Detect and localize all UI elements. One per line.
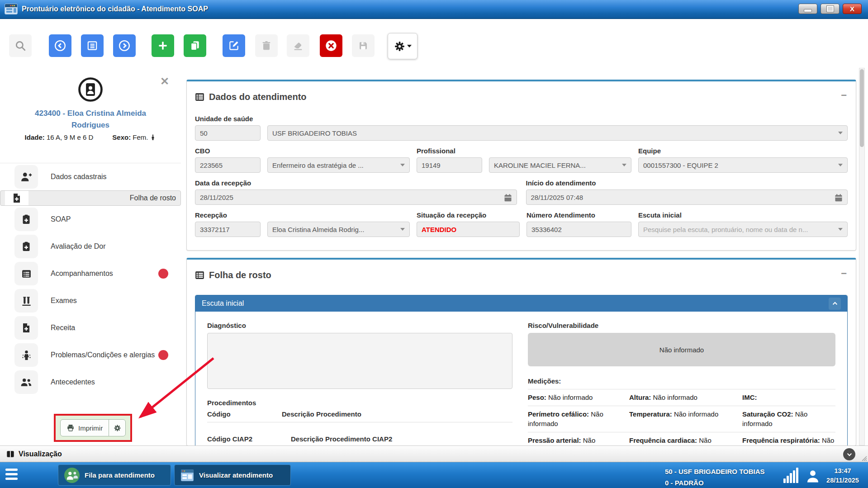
save-icon xyxy=(358,40,369,51)
app-window: Prontuário eletrônico do cidadão - Atend… xyxy=(0,0,868,488)
sidebar-item-acompanhamentos[interactable]: Acompanhamentos xyxy=(0,260,181,287)
inicio-atendimento-input[interactable]: 28/11/2025 07:48 xyxy=(526,190,848,205)
visualizacao-bar: Visualização xyxy=(0,445,868,462)
sidebar-item-antecedentes[interactable]: Antecedentes xyxy=(0,369,181,396)
chevron-down-icon xyxy=(838,164,843,166)
sidebar-item-soap[interactable]: SOAP xyxy=(0,206,181,233)
window-icon xyxy=(180,468,194,483)
sidebar-item-avaliacao-de-dor[interactable]: Avaliação de Dor xyxy=(0,233,181,260)
chevron-down-icon xyxy=(846,451,853,458)
data-recepcao-input[interactable]: 28/11/2025 xyxy=(195,190,517,205)
circle-arrow-right-icon xyxy=(118,39,131,52)
sidebar-item-receita[interactable]: Receita xyxy=(0,314,181,341)
person-icon xyxy=(150,134,156,141)
restore-icon xyxy=(827,6,834,12)
print-button[interactable]: Imprimir xyxy=(61,420,109,436)
recepcao-select[interactable]: Eloa Cristina Almeida Rodrig... xyxy=(267,222,410,237)
folha-de-rosto-panel: Folha de rosto − Escuta inicial Diagnóst… xyxy=(186,258,856,446)
minimize-icon xyxy=(804,9,812,12)
field-label: Escuta inicial xyxy=(638,211,848,219)
field-label: Unidade de saúde xyxy=(195,115,848,123)
numero-atendimento-input[interactable]: 35336402 xyxy=(526,222,631,237)
field-label: Data da recepção xyxy=(195,179,517,187)
chevron-down-icon xyxy=(838,132,843,134)
taskbar: Fila para atendimento Visualizar atendim… xyxy=(0,462,868,488)
title-bar: Prontuário eletrônico do cidadão - Atend… xyxy=(0,0,868,19)
copy-button[interactable] xyxy=(184,34,206,57)
table-icon xyxy=(195,92,204,102)
users-icon xyxy=(20,376,32,388)
sidebar-item-dados-cadastrais[interactable]: Dados cadastrais xyxy=(0,163,181,190)
profissional-code-input[interactable]: 19149 xyxy=(417,157,482,173)
minimize-button[interactable] xyxy=(798,4,817,14)
list-icon xyxy=(86,40,98,52)
vertical-scrollbar[interactable] xyxy=(859,68,865,445)
collapse-icon[interactable]: − xyxy=(841,90,847,101)
field-label: Recepção xyxy=(195,211,410,219)
trash-icon xyxy=(261,40,272,51)
columns-icon xyxy=(6,450,14,458)
search-button[interactable] xyxy=(9,34,32,57)
ciap2-table-header: Código CIAP2Descrição Procedimento CIAP2 xyxy=(207,435,512,446)
close-icon: X xyxy=(850,5,854,13)
escuta-inicial-select[interactable]: Pesquise pela escuta, prontuário, nome o… xyxy=(638,222,848,237)
add-button[interactable] xyxy=(152,34,174,57)
unit-name: 50 - USF BRIGADEIRO TOBIAS xyxy=(665,466,765,477)
cbo-select[interactable]: Enfermeiro da estratégia de ... xyxy=(267,157,410,173)
printer-icon xyxy=(66,424,75,432)
print-options-button[interactable] xyxy=(109,420,125,436)
print-annotation-box: Imprimir xyxy=(54,414,132,442)
settings-dropdown-button[interactable] xyxy=(388,33,417,59)
cancel-button[interactable] xyxy=(320,34,342,57)
copy-icon xyxy=(189,40,201,52)
next-button[interactable] xyxy=(113,34,136,57)
resize-grip[interactable] xyxy=(861,455,867,461)
cbo-code-input[interactable]: 223565 xyxy=(195,157,261,173)
edit-button[interactable] xyxy=(223,34,245,57)
collapse-section-button[interactable] xyxy=(829,298,841,310)
chevron-down-icon xyxy=(407,45,412,47)
taskbar-item-fila-para-atendimento[interactable]: Fila para atendimento xyxy=(58,464,171,486)
scrollbar-thumb[interactable] xyxy=(860,69,864,147)
person-plus-icon xyxy=(20,171,32,183)
plus-icon xyxy=(157,40,169,52)
collapse-icon[interactable]: − xyxy=(841,268,847,280)
unidade-code-input[interactable]: 50 xyxy=(195,125,261,141)
edit-icon xyxy=(228,40,240,52)
gear-icon xyxy=(114,424,121,432)
field-label: Equipe xyxy=(638,147,848,155)
delete-button[interactable] xyxy=(255,34,278,57)
clear-button[interactable] xyxy=(287,34,309,57)
menu-button[interactable] xyxy=(5,469,18,480)
restore-button[interactable] xyxy=(821,4,840,14)
close-patient-icon[interactable]: ✕ xyxy=(160,77,169,86)
sidebar-item-folha-de-rosto[interactable]: Folha de rosto xyxy=(0,190,181,206)
clipboard-medical-icon xyxy=(21,214,32,225)
previous-button[interactable] xyxy=(49,34,71,57)
file-medical-icon xyxy=(11,193,22,204)
file-medical-icon xyxy=(21,322,32,333)
save-button[interactable] xyxy=(352,34,375,57)
recepcao-code-input[interactable]: 33372117 xyxy=(195,222,261,237)
table-icon xyxy=(195,270,204,280)
user-icon[interactable] xyxy=(805,469,821,484)
eraser-icon xyxy=(293,40,304,51)
sidebar-item-exames[interactable]: Exames xyxy=(0,287,181,314)
record-menu: Dados cadastrais Folha de rosto SOAP Ava… xyxy=(0,163,181,396)
sidebar-item-problemas-condicoes-alergias[interactable]: Problemas/Condições e alergias xyxy=(0,341,181,369)
situacao-recepcao-input[interactable]: ATENDIDO xyxy=(417,222,520,237)
risco-label: Risco/Vulnerabilidade xyxy=(528,322,835,329)
list-records-button[interactable] xyxy=(81,34,104,57)
taskbar-item-visualizar-atendimento[interactable]: Visualizar atendimento xyxy=(174,464,291,486)
date: 28/11/2025 xyxy=(822,476,863,485)
close-button[interactable]: X xyxy=(843,4,862,14)
procedimentos-label: Procedimentos xyxy=(207,399,512,407)
time: 13:47 xyxy=(822,466,863,476)
patient-name-link[interactable]: 423400 - Eloa Cristina Almeida Rodrigues xyxy=(18,108,163,131)
unidade-select[interactable]: USF BRIGADEIRO TOBIAS xyxy=(267,125,848,141)
alert-badge xyxy=(158,269,168,279)
profissional-select[interactable]: KAROLINE MACIEL FERNA... xyxy=(489,157,631,173)
equipe-select[interactable]: 0001557300 - EQUIPE 2 xyxy=(638,157,848,173)
clipboard-medical-icon xyxy=(21,241,32,252)
expand-preview-button[interactable] xyxy=(843,448,855,460)
